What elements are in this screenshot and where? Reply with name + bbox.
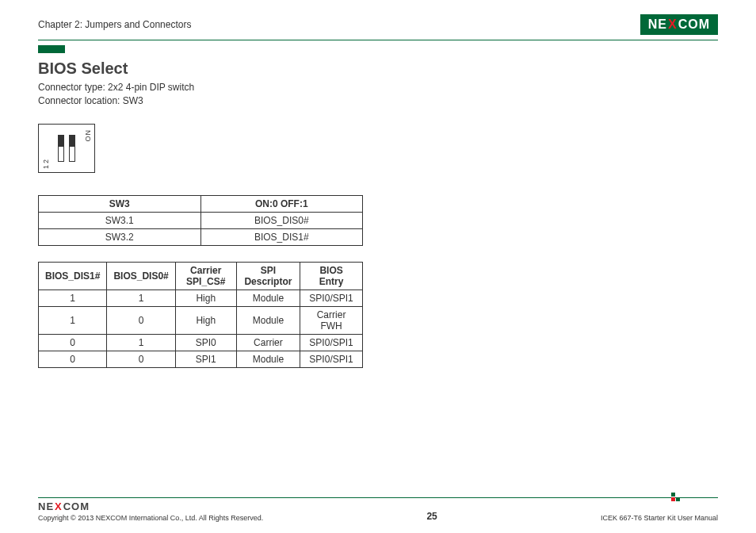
chapter-title: Chapter 2: Jumpers and Connectors [38,19,191,30]
copyright-text: Copyright © 2013 NEXCOM International Co… [38,514,263,522]
dip-on-label: ON [84,129,92,142]
col-header: BIOS_DIS1# [39,262,107,290]
cell: 1 [39,290,107,306]
cell: 0 [107,306,175,334]
onoff-header: ON:0 OFF:1 [200,195,363,212]
dip-handle-1 [59,136,63,147]
cell: High [175,290,236,306]
cell: SPI0/SPI1 [300,334,363,351]
nexcom-logo-bottom: NEXCOM [38,500,90,512]
cell: SPI1 [175,351,236,367]
manual-title: ICEK 667-T6 Starter Kit User Manual [601,514,718,522]
sw3-header: SW3 [39,195,201,212]
cell: High [175,306,236,334]
dip-switch-diagram: ON 1 2 [38,124,718,173]
cell: BIOS_DIS1# [200,228,363,245]
header-divider [38,40,718,40]
footer-color-blocks-icon [671,493,680,501]
cell: 1 [107,290,175,306]
table-row: 1 0 High Module Carrier FWH [39,306,363,334]
cell: Carrier FWH [300,306,363,334]
logo-text-pre: NE [38,500,54,512]
bios-entry-table: BIOS_DIS1# BIOS_DIS0# Carrier SPI_CS# SP… [38,262,363,368]
header-accent-block [38,45,65,53]
sw3-table: SW3 ON:0 OFF:1 SW3.1 BIOS_DIS0# SW3.2 BI… [38,195,363,246]
connector-location: Connector location: SW3 [38,94,718,108]
page-footer: NEXCOM Copyright © 2013 NEXCOM Internati… [0,497,756,522]
cell: 1 [39,306,107,334]
col-header: BIOS Entry [300,262,363,290]
dip-number-labels: 1 2 [42,159,50,169]
table-row: 0 1 SPI0 Carrier SPI0/SPI1 [39,334,363,351]
page-number: 25 [426,511,437,522]
col-header: SPI Descriptor [236,262,300,290]
nexcom-logo-top: NEXCOM [640,14,718,35]
cell: SW3.2 [39,228,201,245]
table-row: 0 0 SPI1 Module SPI0/SPI1 [39,351,363,367]
cell: Module [236,351,300,367]
cell: SW3.1 [39,212,201,228]
table-row: BIOS_DIS1# BIOS_DIS0# Carrier SPI_CS# SP… [39,262,363,290]
table-row: SW3.2 BIOS_DIS1# [39,228,363,245]
cell: 0 [39,334,107,351]
col-header: Carrier SPI_CS# [175,262,236,290]
logo-text-x: X [55,500,63,512]
dip-handle-2 [70,136,74,147]
cell: SPI0 [175,334,236,351]
footer-left: NEXCOM Copyright © 2013 NEXCOM Internati… [38,500,263,522]
logo-text-pre: NE [648,17,667,32]
cell: Module [236,306,300,334]
cell: Module [236,290,300,306]
cell: SPI0/SPI1 [300,351,363,367]
footer-divider [38,497,718,498]
dip-slot-1 [58,135,64,162]
logo-text-post: COM [678,17,710,32]
page-header: Chapter 2: Jumpers and Connectors NEXCOM [0,0,756,35]
dip-num-1: 1 [42,165,50,169]
cell: 1 [107,334,175,351]
dip-slot-2 [69,135,75,162]
cell: 0 [107,351,175,367]
logo-text-post: COM [63,500,90,512]
table-row: SW3.1 BIOS_DIS0# [39,212,363,228]
table-row: SW3 ON:0 OFF:1 [39,195,363,212]
logo-text-x: X [668,17,678,32]
table-row: 1 1 High Module SPI0/SPI1 [39,290,363,306]
cell: 0 [39,351,107,367]
connector-type: Connector type: 2x2 4-pin DIP switch [38,81,718,94]
section-title: BIOS Select [38,59,718,78]
cell: SPI0/SPI1 [300,290,363,306]
cell: Carrier [236,334,300,351]
dip-num-2: 2 [42,159,50,163]
page-content: BIOS Select Connector type: 2x2 4-pin DI… [0,40,756,368]
col-header: BIOS_DIS0# [107,262,175,290]
cell: BIOS_DIS0# [200,212,363,228]
dip-switch-outline: ON 1 2 [38,124,95,173]
